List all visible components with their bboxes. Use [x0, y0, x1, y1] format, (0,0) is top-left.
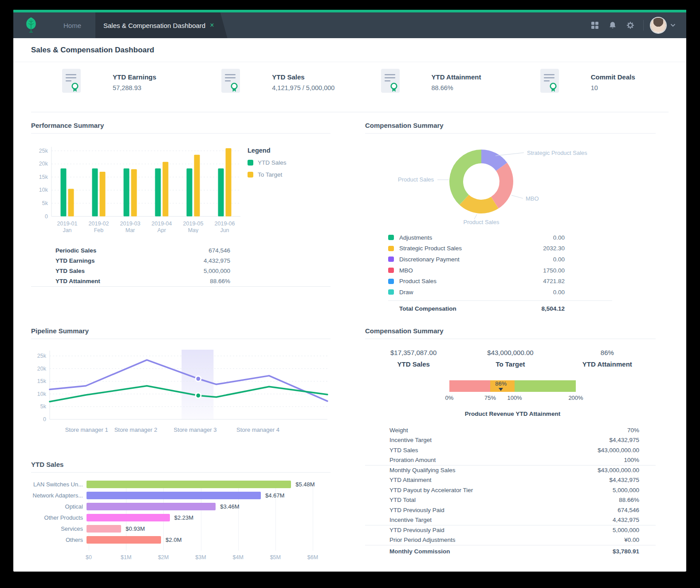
gauge-tick-label: 100%: [507, 395, 522, 401]
settings-gear-icon[interactable]: [626, 21, 634, 29]
row-label: YTD Attainment: [31, 276, 137, 286]
bar-row[interactable]: Services$0.93M: [31, 525, 330, 533]
svg-text:25k: 25k: [37, 353, 47, 359]
row-value: 4,432,975: [554, 515, 656, 525]
x-axis-tick: $2M: [158, 554, 169, 560]
page-header: Sales & Compensation Dashboard: [13, 38, 686, 62]
svg-text:Product Sales: Product Sales: [464, 219, 499, 225]
chevron-down-icon[interactable]: [670, 24, 676, 27]
performance-summary-table: Periodic Sales674,546 YTD Earnings4,432,…: [31, 245, 330, 287]
row-value: ¥0.00: [554, 535, 656, 545]
app-logo-tree-icon[interactable]: [24, 16, 38, 34]
compensation-donut-chart[interactable]: Strategic Product SalesMBOProduct SalesP…: [365, 139, 656, 229]
kpi-commit-deals: Commit Deals 10: [509, 69, 669, 112]
legend-item-mbo[interactable]: MBO1750.00: [388, 265, 612, 276]
nav-tab-home[interactable]: Home: [55, 22, 90, 29]
legend-swatch: [388, 246, 394, 251]
svg-text:Store manager 4: Store manager 4: [236, 426, 279, 433]
attainment-gauge[interactable]: 86%0%75%100%200%: [449, 380, 576, 404]
row-label: YTD Previously Paid: [365, 525, 554, 535]
x-axis-tick: $4M: [232, 554, 243, 560]
bar-value-label: $0.93M: [126, 525, 145, 532]
notifications-bell-icon[interactable]: [609, 21, 617, 29]
row-label: YTD Payout by Accelerator Tier: [365, 485, 554, 495]
screen-background: Home Sales & Compensation Dashboard ×: [0, 0, 700, 588]
svg-text:2019-05: 2019-05: [183, 221, 204, 227]
table-row: Weight70%: [365, 425, 656, 435]
kpi-label: YTD Earnings: [113, 73, 156, 81]
row-value: $4,432,975: [554, 435, 656, 446]
bar-row[interactable]: Others$2.0M: [31, 536, 330, 544]
bar-category-label: Network Adapters...: [31, 492, 87, 499]
attainment-stats-row: $17,357,087.00 YTD Sales $43,000,000.00 …: [365, 349, 656, 368]
svg-text:15k: 15k: [37, 378, 47, 384]
bar[interactable]: [87, 492, 261, 499]
bar-value-label: $3.46M: [220, 503, 239, 510]
compensation-detail-table: Weight70% Incentive Target$4,432,975 YTD…: [365, 425, 656, 557]
legend-item-adjustments[interactable]: Adjustments0.00: [388, 232, 612, 243]
bar-row[interactable]: Network Adapters...$4.67M: [31, 492, 330, 499]
svg-text:20k: 20k: [39, 161, 48, 167]
kpi-ytd-earnings: YTD Earnings 57,288.93: [31, 69, 190, 112]
legend-value: 4721.82: [543, 278, 612, 284]
row-value: 674,546: [554, 505, 656, 515]
svg-text:0: 0: [45, 213, 48, 220]
legend-item-ytd-sales[interactable]: YTD Sales: [248, 159, 287, 166]
bar[interactable]: [87, 525, 121, 533]
legend-item-to-target[interactable]: To Target: [248, 171, 287, 178]
tab-close-icon[interactable]: ×: [210, 21, 214, 29]
bar-row[interactable]: Other Products$2.23M: [31, 514, 330, 521]
apps-grid-icon[interactable]: [591, 21, 599, 29]
bar-row[interactable]: LAN Switches Un...$5.48M: [31, 481, 330, 488]
kpi-label: YTD Sales: [272, 73, 334, 81]
section-title: YTD Sales: [31, 461, 330, 473]
legend-item-product-sales[interactable]: Product Sales4721.82: [388, 276, 612, 287]
row-label: YTD Sales: [31, 266, 137, 276]
nav-tab-active[interactable]: Sales & Compensation Dashboard ×: [95, 12, 227, 38]
row-label: Monthly Commission: [365, 545, 554, 557]
user-avatar[interactable]: [651, 18, 666, 33]
performance-bar-chart[interactable]: 05k10k15k20k25k2019-01Jan2019-02Feb2019-…: [31, 141, 245, 235]
section-title: Performance Summary: [31, 122, 330, 134]
svg-text:Mar: Mar: [126, 227, 135, 233]
legend-value: 0.00: [553, 234, 612, 241]
svg-text:Store manager 3: Store manager 3: [174, 426, 217, 433]
bar-value-label: $4.67M: [265, 492, 284, 499]
kpi-label: Commit Deals: [591, 73, 635, 81]
donut-legend-table: Adjustments0.00 Strategic Product Sales2…: [388, 232, 612, 312]
x-axis-tick: $6M: [307, 554, 318, 560]
legend-item-discretionary-payment[interactable]: Discretionary Payment0.00: [388, 254, 612, 265]
bar[interactable]: [87, 514, 170, 521]
active-tab-label: Sales & Compensation Dashboard: [103, 22, 205, 29]
page-title: Sales & Compensation Dashboard: [31, 46, 154, 55]
kpi-value: 10: [591, 84, 635, 91]
bar-category-label: Others: [31, 537, 87, 543]
left-lower-column: Pipeline Summary 05k10k15k20k25kStore ma…: [31, 327, 330, 566]
svg-text:Strategic Product Sales: Strategic Product Sales: [527, 150, 587, 156]
bar[interactable]: [87, 536, 161, 544]
bar-value-label: $5.48M: [295, 481, 315, 488]
chart-legend: Legend YTD Sales To Target: [248, 147, 287, 235]
bar-row[interactable]: Optical$3.46M: [31, 503, 330, 510]
legend-item-strategic-product-sales[interactable]: Strategic Product Sales2032.30: [388, 243, 612, 254]
row-label: Periodic Sales: [31, 245, 137, 256]
legend-swatch: [388, 289, 394, 295]
legend-value: 2032.30: [543, 245, 612, 252]
bar-value-label: $2.0M: [165, 537, 181, 543]
legend-item-draw[interactable]: Draw0.00: [388, 287, 612, 298]
table-row: Monthly Qualifying Sales$43,000,000.00: [365, 465, 656, 475]
bar[interactable]: [87, 503, 216, 510]
row-label: Prior Period Adjustments: [365, 535, 554, 545]
bar[interactable]: [87, 481, 291, 488]
table-row: Incentive Target4,432,975: [365, 515, 656, 525]
stat-value: $17,357,087.00: [365, 349, 462, 356]
svg-text:25k: 25k: [39, 148, 48, 154]
table-row: Periodic Sales674,546: [31, 245, 330, 256]
bar-category-label: Optical: [31, 503, 87, 510]
stat-to-target: $43,000,000.00 To Target: [462, 349, 558, 368]
ytd-sales-bar-chart[interactable]: $0$1M$2M$3M$4M$5M$6MLAN Switches Un...$5…: [31, 481, 330, 566]
pipeline-line-chart[interactable]: 05k10k15k20k25kStore manager 1Store mana…: [31, 346, 330, 442]
app-window: Home Sales & Compensation Dashboard ×: [13, 10, 686, 572]
stat-label: YTD Sales: [365, 360, 462, 368]
row-label: YTD Sales: [365, 445, 554, 455]
